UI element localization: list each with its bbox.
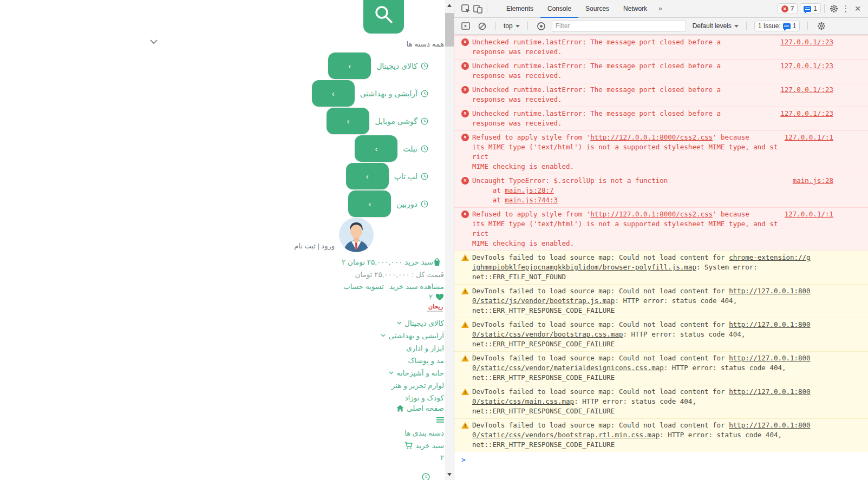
clock-icon bbox=[421, 200, 428, 208]
console-sidebar-icon[interactable] bbox=[460, 20, 472, 32]
message-link[interactable]: http://127.0.0.1:8000/css2.css bbox=[590, 210, 713, 218]
category-label[interactable]: دوربین bbox=[396, 200, 417, 208]
logo-tagline bbox=[427, 311, 443, 312]
message-link[interactable]: http://127.0.0.1:800 0/static/css/vendor… bbox=[472, 421, 811, 439]
tab-network[interactable]: Network bbox=[616, 0, 654, 18]
console-settings-gear-icon[interactable] bbox=[815, 20, 827, 32]
chevron-down-icon[interactable] bbox=[149, 39, 158, 44]
clock-icon bbox=[422, 473, 430, 480]
message-link[interactable]: http://127.0.0.1:800 0/static/js/vendor/… bbox=[472, 287, 811, 305]
cart-summary-text[interactable]: سبد خرید ۲۵,۰۰۰,۰۰۰ تومان ۲ bbox=[342, 258, 433, 266]
issues-counter[interactable]: 1 Issue: 1 bbox=[754, 21, 800, 31]
menu-item[interactable]: کالای دیجیتال bbox=[397, 317, 444, 329]
console-message: DevTools failed to load source map: Coul… bbox=[454, 351, 868, 385]
message-level-icon bbox=[461, 288, 469, 294]
source-location-link[interactable]: 127.0.0.1/:1 bbox=[785, 133, 833, 142]
category-expand-button[interactable]: ‹ bbox=[328, 52, 371, 79]
login-register-link[interactable]: ورود | ثبت نام bbox=[294, 242, 335, 250]
message-link[interactable]: chrome-extension://g ighmmpiobklfepjocna… bbox=[472, 253, 811, 271]
category-expand-button[interactable]: ‹ bbox=[312, 80, 355, 107]
context-selector[interactable]: top bbox=[504, 22, 520, 30]
message-text: DevTools failed to load source map: Coul… bbox=[472, 387, 833, 416]
devtools-tabs: Elements Console Sources Network » bbox=[499, 0, 667, 18]
page-scrollbar[interactable] bbox=[445, 0, 454, 480]
category-label[interactable]: لپ تاپ bbox=[394, 172, 417, 181]
menu-item-label: کودک و نوزاد bbox=[404, 393, 444, 402]
divider bbox=[487, 4, 487, 13]
menu-item[interactable]: کودک و نوزاد bbox=[397, 391, 444, 404]
chevron-down-icon bbox=[381, 334, 386, 337]
clear-console-icon[interactable] bbox=[476, 20, 488, 32]
tab-sources[interactable]: Sources bbox=[578, 0, 616, 18]
menu-item[interactable]: ابزار و اداری bbox=[399, 341, 444, 354]
close-devtools-icon[interactable]: × bbox=[852, 3, 864, 15]
settings-gear-icon[interactable] bbox=[828, 3, 840, 15]
device-toolbar-icon[interactable] bbox=[472, 3, 484, 15]
search-button[interactable] bbox=[363, 0, 404, 34]
console-errors-badge[interactable]: × 7 bbox=[778, 3, 798, 14]
home-link[interactable]: صفحه اصلی bbox=[407, 404, 444, 412]
more-options-icon[interactable]: ⋮ bbox=[840, 3, 852, 15]
source-location-link[interactable]: 127.0.0.1/:23 bbox=[780, 109, 833, 119]
console-messages-badge[interactable]: 1 bbox=[800, 3, 821, 14]
message-text: Refused to apply style from 'http://127.… bbox=[472, 209, 778, 248]
message-link[interactable]: http://127.0.0.1:800 0/static/css/main.c… bbox=[472, 387, 811, 405]
avatar[interactable] bbox=[339, 218, 374, 252]
category-expand-button[interactable]: ‹ bbox=[355, 135, 397, 162]
tab-elements[interactable]: Elements bbox=[499, 0, 540, 18]
categories-link[interactable]: دسته بندی ها bbox=[404, 429, 444, 437]
menu-toggle[interactable] bbox=[436, 417, 444, 423]
category-label[interactable]: آرایشی و بهداشتی bbox=[360, 89, 417, 98]
console-filter-input[interactable] bbox=[552, 21, 686, 32]
category-expand-button[interactable]: ‹ bbox=[346, 163, 389, 189]
scroll-down-arrow[interactable] bbox=[447, 473, 452, 476]
stack-frame-link[interactable]: main.js:744:3 bbox=[505, 196, 558, 204]
menu-item-label: لوازم تحریر و هنر bbox=[391, 381, 444, 390]
checkout-link[interactable]: تسویه حساب bbox=[343, 282, 384, 291]
menu-item[interactable]: خانه و آشپزخانه bbox=[389, 366, 444, 379]
more-tabs-button[interactable]: » bbox=[654, 5, 667, 12]
all-categories-label[interactable]: همه دسته ها bbox=[406, 40, 444, 48]
message-link[interactable]: http://127.0.0.1:800 0/static/css/vendor… bbox=[472, 354, 811, 372]
console-message: Unchecked runtime.lastError: The message… bbox=[454, 107, 868, 130]
cart-link[interactable]: سبد خرید bbox=[415, 441, 444, 450]
scrollbar-thumb[interactable] bbox=[445, 13, 454, 47]
message-text: Unchecked runtime.lastError: The message… bbox=[472, 37, 774, 57]
message-level-icon bbox=[461, 355, 469, 361]
tab-console[interactable]: Console bbox=[540, 0, 578, 18]
brand-logo[interactable]: ریحان bbox=[425, 303, 443, 312]
message-level-icon bbox=[461, 38, 469, 46]
console-toolbar: top Default levels 1 Issue: 1 bbox=[454, 18, 868, 35]
menu-item-label: مد و پوشاک bbox=[408, 356, 444, 365]
wishlist-count: ۲ bbox=[429, 293, 433, 301]
menu-item-label: خانه و آشپزخانه bbox=[396, 369, 444, 377]
divider bbox=[746, 22, 747, 30]
hamburger-icon bbox=[436, 417, 444, 423]
source-location-link[interactable]: 127.0.0.1/:23 bbox=[780, 85, 833, 95]
source-location-link[interactable]: 127.0.0.1/:23 bbox=[780, 61, 833, 71]
source-location-link[interactable]: main.js:28 bbox=[793, 176, 833, 186]
heart-icon[interactable] bbox=[435, 293, 444, 301]
menu-item[interactable]: لوازم تحریر و هنر bbox=[384, 379, 444, 391]
log-levels-selector[interactable]: Default levels bbox=[693, 22, 739, 30]
category-label[interactable]: گوشی موبایل bbox=[375, 117, 417, 126]
console-prompt[interactable]: > bbox=[454, 452, 868, 465]
source-location-link[interactable]: 127.0.0.1/:1 bbox=[785, 209, 833, 219]
cart-total-text: قیمت کل : ۲۵,۰۰۰,۰۰۰ تومان bbox=[355, 270, 444, 279]
live-expression-eye-icon[interactable] bbox=[536, 20, 547, 32]
message-link[interactable]: http://127.0.0.1:8000/css2.css bbox=[590, 133, 713, 141]
source-location-link[interactable]: 127.0.0.1/:23 bbox=[780, 37, 833, 47]
inspect-element-icon[interactable] bbox=[460, 3, 472, 15]
menu-item[interactable]: آرایشی و بهداشتی bbox=[381, 329, 444, 341]
category-expand-button[interactable]: ‹ bbox=[348, 190, 391, 217]
menu-item[interactable]: مد و پوشاک bbox=[400, 354, 444, 366]
view-cart-link[interactable]: مشاهده سبد خرید bbox=[389, 282, 444, 291]
stack-frame-link[interactable]: main.js:28:7 bbox=[505, 186, 553, 194]
scroll-up-arrow[interactable] bbox=[447, 4, 452, 7]
category-expand-button[interactable]: ‹ bbox=[327, 108, 369, 134]
message-text: DevTools failed to load source map: Coul… bbox=[472, 253, 833, 282]
category-label[interactable]: تبلت bbox=[403, 144, 417, 153]
category-label[interactable]: کالای دیجیتال bbox=[376, 62, 417, 70]
message-link[interactable]: http://127.0.0.1:800 0/static/css/vendor… bbox=[472, 320, 811, 338]
devtools-panel: Elements Console Sources Network » × 7 1… bbox=[454, 0, 868, 480]
